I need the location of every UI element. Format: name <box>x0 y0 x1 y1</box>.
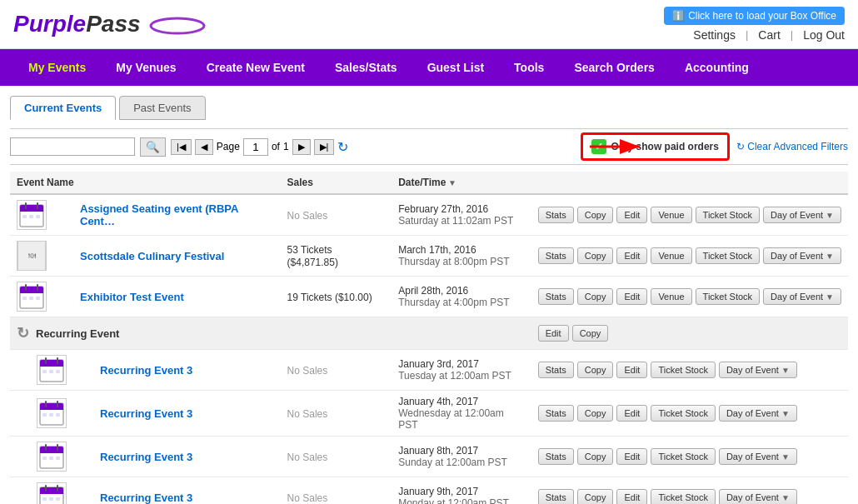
top-links: Settings | Cart | Log Out <box>693 28 845 42</box>
svg-rect-34 <box>56 413 60 417</box>
nav-create-event[interactable]: Create New Event <box>192 49 320 86</box>
edit-button[interactable]: Edit <box>616 288 647 305</box>
event-icon <box>17 200 47 230</box>
nav-sales-stats[interactable]: Sales/Stats <box>320 49 412 86</box>
copy-button[interactable]: Copy <box>577 247 614 264</box>
event-icon-cell <box>10 437 73 477</box>
clear-filters-button[interactable]: ↻ Clear Advanced Filters <box>736 141 848 152</box>
arrow-indicator <box>590 130 656 163</box>
actions-cell: Stats Copy Edit Ticket StockDay of Event… <box>531 477 848 505</box>
edit-button[interactable]: Edit <box>616 362 647 378</box>
copy-button[interactable]: Copy <box>577 489 614 504</box>
event-datetime: January 3rd, 2017 Tuesday at 12:00am PST <box>398 358 524 382</box>
datetime-cell: April 28th, 2016 Thursday at 4:00pm PST <box>392 277 531 317</box>
day-of-event-button[interactable]: Day of Event ▼ <box>763 207 841 223</box>
header-datetime[interactable]: Date/Time <box>392 172 531 194</box>
refresh-button[interactable]: ↻ <box>337 139 348 155</box>
ticket-stock-button[interactable]: Ticket Stock <box>651 405 716 422</box>
venue-button[interactable]: Venue <box>651 288 691 305</box>
tab-current-events[interactable]: Current Events <box>10 96 116 120</box>
stats-button[interactable]: Stats <box>538 207 574 223</box>
nav-guest-list[interactable]: Guest List <box>412 49 499 86</box>
stats-button[interactable]: Stats <box>538 448 574 465</box>
nav-my-venues[interactable]: My Venues <box>101 49 191 86</box>
event-name-link[interactable]: Assigned Seating event (RBPA Cent… <box>80 202 238 227</box>
stats-button[interactable]: Stats <box>538 247 574 264</box>
ticket-stock-button[interactable]: Ticket Stock <box>696 207 761 223</box>
copy-recurring-button[interactable]: Copy <box>572 325 609 342</box>
event-datetime: January 9th, 2017 Monday at 12:00am PST <box>398 486 524 504</box>
stats-button[interactable]: Stats <box>538 405 574 422</box>
event-name-link[interactable]: Recurring Event 3 <box>100 451 192 463</box>
ticket-stock-button[interactable]: Ticket Stock <box>651 448 716 465</box>
event-date: January 9th, 2017 <box>398 486 524 497</box>
ticket-stock-button[interactable]: Ticket Stock <box>696 288 761 305</box>
event-name-link[interactable]: Recurring Event 3 <box>100 492 192 504</box>
next-page-button[interactable]: ▶ <box>292 139 311 155</box>
event-icon-cell <box>10 277 73 317</box>
event-name-link[interactable]: Recurring Event 3 <box>100 364 192 377</box>
top-right-area: ℹ️ Click here to load your Box Office Se… <box>664 7 845 42</box>
nav-accounting[interactable]: Accounting <box>670 49 764 86</box>
event-name-link[interactable]: Exhibitor Test Event <box>80 291 184 303</box>
day-of-event-button[interactable]: Day of Event ▼ <box>719 489 797 504</box>
prev-page-button[interactable]: ◀ <box>195 139 213 155</box>
search-button[interactable]: 🔍 <box>140 137 166 157</box>
event-name-cell: Recurring Event 3 <box>73 350 281 391</box>
search-input[interactable] <box>10 137 135 156</box>
sales-cell: No Sales <box>281 391 392 437</box>
day-of-event-button[interactable]: Day of Event ▼ <box>763 247 841 264</box>
svg-rect-29 <box>40 408 63 410</box>
copy-button[interactable]: Copy <box>577 207 614 223</box>
venue-button[interactable]: Venue <box>651 207 691 223</box>
recurring-label-cell: ↻ Recurring Event <box>10 317 531 350</box>
ticket-stock-button[interactable]: Ticket Stock <box>651 362 716 378</box>
nav-my-events[interactable]: My Events <box>13 49 101 86</box>
edit-button[interactable]: Edit <box>616 489 647 504</box>
tab-past-events[interactable]: Past Events <box>119 96 205 120</box>
copy-button[interactable]: Copy <box>577 405 614 422</box>
last-page-button[interactable]: ▶| <box>314 139 335 155</box>
copy-button[interactable]: Copy <box>577 362 614 378</box>
stats-button[interactable]: Stats <box>538 288 574 305</box>
event-name-link[interactable]: Recurring Event 3 <box>100 407 192 420</box>
actions-cell: Stats Copy Edit Ticket StockDay of Event… <box>531 437 848 477</box>
copy-button[interactable]: Copy <box>577 448 614 465</box>
actions-cell: Stats Copy Edit Ticket StockDay of Event… <box>531 391 848 437</box>
ticket-stock-button[interactable]: Ticket Stock <box>651 489 716 504</box>
stats-button[interactable]: Stats <box>538 489 574 504</box>
box-office-button[interactable]: ℹ️ Click here to load your Box Office <box>664 7 845 25</box>
edit-button[interactable]: Edit <box>616 448 647 465</box>
actions-cell: Stats Copy Edit VenueTicket StockDay of … <box>531 236 848 277</box>
sales-cell: No Sales <box>281 477 392 505</box>
toolbar-left: 🔍 |◀ ◀ Page of 1 ▶ ▶| ↻ <box>10 137 348 157</box>
clear-filters-label: Clear Advanced Filters <box>747 141 848 152</box>
first-page-button[interactable]: |◀ <box>171 139 192 155</box>
edit-recurring-button[interactable]: Edit <box>538 325 569 342</box>
refresh-icon: ↻ <box>736 141 745 152</box>
day-of-event-button[interactable]: Day of Event ▼ <box>719 448 797 465</box>
nav-tools[interactable]: Tools <box>499 49 559 86</box>
edit-button[interactable]: Edit <box>616 405 647 422</box>
sales-value: No Sales <box>287 210 328 222</box>
event-date: January 8th, 2017 <box>398 445 524 457</box>
event-name-link[interactable]: Scottsdale Culinary Festival <box>80 250 224 262</box>
ticket-stock-button[interactable]: Ticket Stock <box>696 247 761 264</box>
stats-button[interactable]: Stats <box>538 362 574 378</box>
cart-link[interactable]: Cart <box>758 28 780 42</box>
event-icon <box>37 482 67 504</box>
day-of-event-button[interactable]: Day of Event ▼ <box>719 405 797 422</box>
venue-button[interactable]: Venue <box>651 247 691 264</box>
logout-link[interactable]: Log Out <box>803 28 845 42</box>
settings-link[interactable]: Settings <box>693 28 736 42</box>
edit-button[interactable]: Edit <box>616 247 647 264</box>
edit-button[interactable]: Edit <box>616 207 647 223</box>
svg-rect-37 <box>40 452 63 453</box>
page-input[interactable] <box>243 138 268 156</box>
nav-search-orders[interactable]: Search Orders <box>559 49 670 86</box>
day-of-event-button[interactable]: Day of Event ▼ <box>719 362 797 378</box>
recurring-parent-row: ↻ Recurring Event Edit Copy <box>10 317 848 350</box>
day-of-event-button[interactable]: Day of Event ▼ <box>763 288 841 305</box>
copy-button[interactable]: Copy <box>577 288 614 305</box>
info-icon: ℹ️ <box>672 10 685 22</box>
